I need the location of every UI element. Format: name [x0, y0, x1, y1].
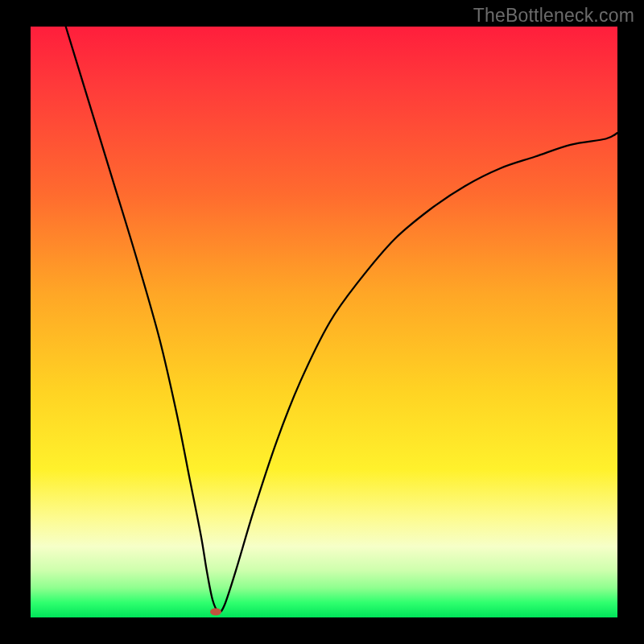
- watermark-text: TheBottleneck.com: [473, 5, 634, 27]
- plot-area: [31, 27, 617, 617]
- chart-frame: TheBottleneck.com: [0, 0, 644, 644]
- bottleneck-curve: [31, 27, 617, 617]
- minimum-marker: [210, 608, 221, 615]
